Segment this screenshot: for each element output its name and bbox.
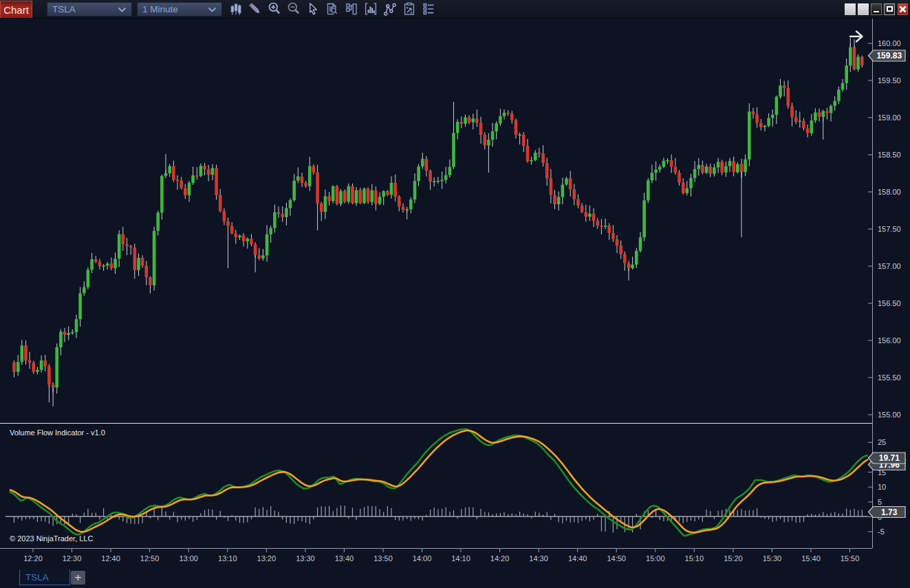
svg-text:15:40: 15:40	[801, 554, 821, 563]
svg-text:1.73: 1.73	[881, 508, 898, 517]
svg-text:13:00: 13:00	[179, 554, 198, 563]
svg-text:159.83: 159.83	[876, 51, 902, 61]
svg-text:14:00: 14:00	[413, 554, 432, 563]
svg-text:15:50: 15:50	[841, 554, 860, 563]
svg-text:12:40: 12:40	[101, 554, 120, 563]
svg-text:160.00: 160.00	[878, 39, 901, 47]
svg-text:14:40: 14:40	[568, 554, 587, 563]
svg-text:155.50: 155.50	[878, 373, 901, 382]
svg-text:157.00: 157.00	[878, 262, 901, 270]
svg-text:156.50: 156.50	[878, 299, 901, 307]
svg-text:157.50: 157.50	[878, 225, 901, 233]
svg-text:14:50: 14:50	[607, 554, 626, 563]
svg-text:12:50: 12:50	[140, 554, 160, 563]
svg-text:13:40: 13:40	[335, 554, 354, 563]
svg-text:158.00: 158.00	[878, 188, 901, 196]
svg-text:12:20: 12:20	[23, 554, 43, 563]
svg-text:13:50: 13:50	[373, 554, 393, 563]
svg-text:13:10: 13:10	[218, 554, 237, 563]
svg-text:-5: -5	[878, 527, 885, 536]
svg-text:155.00: 155.00	[878, 411, 901, 419]
svg-text:19.71: 19.71	[879, 453, 900, 463]
svg-text:159.00: 159.00	[878, 113, 901, 122]
svg-text:15:10: 15:10	[685, 554, 704, 563]
svg-text:Volume Flow Indicator - v1.0: Volume Flow Indicator - v1.0	[10, 428, 105, 437]
svg-text:159.50: 159.50	[878, 76, 901, 85]
svg-text:156.00: 156.00	[878, 336, 901, 345]
svg-text:15:20: 15:20	[724, 554, 743, 563]
svg-text:15:30: 15:30	[763, 554, 782, 563]
svg-text:14:30: 14:30	[529, 554, 548, 563]
svg-text:13:30: 13:30	[296, 554, 315, 563]
svg-text:10: 10	[878, 483, 886, 491]
svg-text:25: 25	[878, 438, 886, 446]
svg-text:15:00: 15:00	[646, 554, 665, 563]
svg-text:12:30: 12:30	[63, 554, 82, 563]
svg-text:158.50: 158.50	[878, 151, 901, 159]
svg-text:13:20: 13:20	[257, 554, 277, 563]
svg-text:5: 5	[878, 498, 882, 506]
svg-text:14:10: 14:10	[451, 554, 470, 563]
svg-text:© 2023 NinjaTrader, LLC: © 2023 NinjaTrader, LLC	[10, 534, 93, 543]
svg-text:14:20: 14:20	[490, 554, 510, 563]
